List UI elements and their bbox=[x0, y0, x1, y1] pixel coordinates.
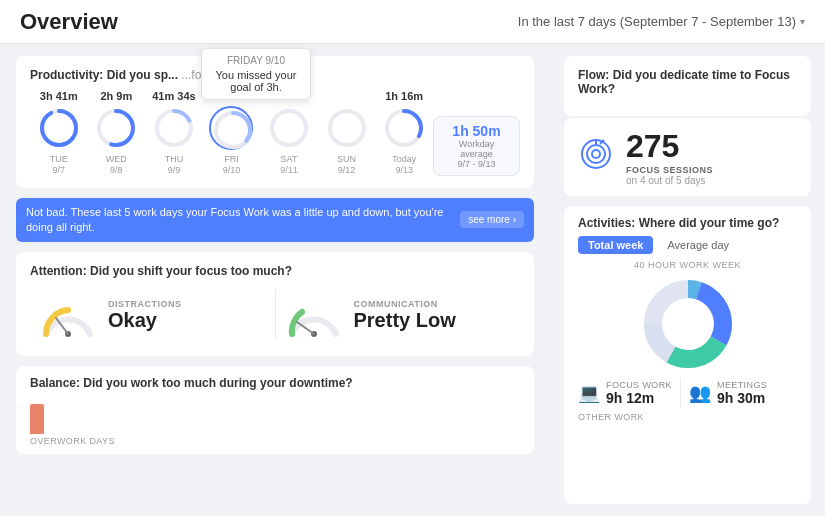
flow-sessions-label: FOCUS SESSIONS bbox=[626, 165, 713, 175]
attention-card: Attention: Did you shift your focus too … bbox=[16, 252, 534, 356]
balance-card: Balance: Did you work too much during yo… bbox=[16, 366, 534, 454]
day-fri: 1h 23m FRI9/10 bbox=[203, 90, 261, 176]
day-sun: - SUN9/12 bbox=[318, 90, 376, 176]
day-fri-label: FRI9/10 bbox=[223, 154, 241, 176]
meetings-icon: 👥 bbox=[689, 382, 711, 404]
day-today: 1h 16m Today9/13 bbox=[375, 90, 433, 176]
overwork-label: OVERWORK DAYS bbox=[30, 436, 520, 446]
day-thu-circle bbox=[152, 106, 196, 150]
chevron-down-icon: ▾ bbox=[800, 16, 805, 27]
day-sat-circle bbox=[267, 106, 311, 150]
svg-point-26 bbox=[663, 299, 713, 349]
day-today-circle bbox=[382, 106, 426, 150]
workday-avg-time: 1h 50m bbox=[452, 123, 500, 139]
svg-point-18 bbox=[592, 150, 600, 158]
banner-text: Not bad. These last 5 work days your Foc… bbox=[26, 205, 452, 236]
day-sun-label: SUN9/12 bbox=[337, 154, 356, 176]
tab-average-day[interactable]: Average day bbox=[657, 236, 739, 254]
focus-work-info: FOCUS WORK 9h 12m bbox=[606, 380, 672, 406]
svg-point-1 bbox=[42, 111, 76, 145]
activities-tabs: Total week Average day bbox=[578, 236, 797, 254]
day-today-label: Today9/13 bbox=[392, 154, 416, 176]
productivity-card: Productivity: Did you sp... ...focus Wor… bbox=[16, 56, 534, 188]
day-fri-circle bbox=[209, 106, 253, 150]
focus-work-icon: 💻 bbox=[578, 382, 600, 404]
page-title: Overview bbox=[20, 9, 118, 35]
distractions-info: DISTRACTIONS Okay bbox=[108, 299, 182, 332]
day-wed-time: 2h 9m bbox=[100, 90, 132, 102]
flow-count: 275 bbox=[626, 128, 713, 165]
day-thu-time: 41m 34s bbox=[152, 90, 195, 102]
day-tue-time: 3h 41m bbox=[40, 90, 78, 102]
svg-point-9 bbox=[330, 111, 364, 145]
communication-gauge: COMMUNICATION Pretty Low bbox=[276, 286, 521, 344]
right-panel: Flow: Did you dedicate time to Focus Wor… bbox=[550, 44, 825, 516]
other-work-label: OTHER WORK bbox=[578, 412, 797, 422]
flow-info: Flow: Did you dedicate time to Focus Wor… bbox=[578, 68, 797, 104]
flow-title: Flow: Did you dedicate time to Focus Wor… bbox=[578, 68, 797, 96]
meetings-label: MEETINGS bbox=[717, 380, 767, 390]
distractions-value: Okay bbox=[108, 309, 182, 332]
flow-days-label: on 4 out of 5 days bbox=[626, 175, 713, 186]
day-wed-label: WED9/8 bbox=[106, 154, 127, 176]
focus-work-stat: 💻 FOCUS WORK 9h 12m bbox=[578, 378, 672, 408]
activities-title: Activities: Where did your time go? bbox=[578, 216, 797, 230]
distractions-gauge-svg bbox=[38, 290, 98, 340]
activities-card: Activities: Where did your time go? Tota… bbox=[564, 206, 811, 504]
date-range-selector[interactable]: In the last 7 days (September 7 - Septem… bbox=[518, 14, 805, 29]
svg-point-8 bbox=[272, 111, 306, 145]
communication-info: COMMUNICATION Pretty Low bbox=[354, 299, 456, 332]
day-tue: 3h 41m TUE9/7 bbox=[30, 90, 88, 176]
flow-stats-card: 275 FOCUS SESSIONS on 4 out of 5 days bbox=[564, 118, 811, 196]
tooltip-date: FRIDAY 9/10 bbox=[212, 55, 300, 66]
activity-stats: 💻 FOCUS WORK 9h 12m 👥 MEETINGS 9h 30m bbox=[578, 378, 797, 408]
work-week-label: 40 HOUR WORK WEEK bbox=[578, 260, 797, 270]
main-content: Productivity: Did you sp... ...focus Wor… bbox=[0, 44, 825, 516]
workday-average: 1h 50m Workday average9/7 - 9/13 bbox=[433, 116, 520, 176]
communication-value: Pretty Low bbox=[354, 309, 456, 332]
flow-icon bbox=[578, 136, 614, 179]
day-tue-label: TUE9/7 bbox=[50, 154, 68, 176]
day-sat-label: SAT9/11 bbox=[280, 154, 298, 176]
communication-gauge-svg bbox=[284, 290, 344, 340]
header: Overview In the last 7 days (September 7… bbox=[0, 0, 825, 44]
meetings-stat: 👥 MEETINGS 9h 30m bbox=[689, 378, 767, 408]
overwork-bar bbox=[30, 404, 44, 434]
day-wed-circle bbox=[94, 106, 138, 150]
donut-chart bbox=[578, 274, 797, 374]
left-panel: Productivity: Did you sp... ...focus Wor… bbox=[0, 44, 550, 516]
communication-label: COMMUNICATION bbox=[354, 299, 456, 309]
tooltip: FRIDAY 9/10 You missed your goal of 3h. bbox=[201, 48, 311, 100]
flow-card: Flow: Did you dedicate time to Focus Wor… bbox=[564, 56, 811, 116]
balance-title: Balance: Did you work too much during yo… bbox=[30, 376, 520, 390]
day-wed: 2h 9m WED9/8 bbox=[88, 90, 146, 176]
distractions-gauge: DISTRACTIONS Okay bbox=[30, 286, 275, 344]
gauge-row: DISTRACTIONS Okay bbox=[30, 286, 520, 344]
see-more-button[interactable]: see more › bbox=[460, 211, 524, 228]
days-row: 3h 41m TUE9/7 2h 9m bbox=[30, 90, 520, 176]
focus-work-value: 9h 12m bbox=[606, 390, 672, 406]
focus-banner: Not bad. These last 5 work days your Foc… bbox=[16, 198, 534, 243]
meetings-info: MEETINGS 9h 30m bbox=[717, 380, 767, 406]
attention-title: Attention: Did you shift your focus too … bbox=[30, 264, 520, 278]
day-tue-circle bbox=[37, 106, 81, 150]
day-sat: - SAT9/11 bbox=[260, 90, 318, 176]
focus-work-label: FOCUS WORK bbox=[606, 380, 672, 390]
distractions-label: DISTRACTIONS bbox=[108, 299, 182, 309]
svg-point-17 bbox=[587, 145, 605, 163]
day-thu-label: THU9/9 bbox=[165, 154, 184, 176]
date-range-label: In the last 7 days (September 7 - Septem… bbox=[518, 14, 796, 29]
tab-total-week[interactable]: Total week bbox=[578, 236, 653, 254]
meetings-value: 9h 30m bbox=[717, 390, 767, 406]
day-today-time: 1h 16m bbox=[385, 90, 423, 102]
flow-numbers: 275 FOCUS SESSIONS on 4 out of 5 days bbox=[626, 128, 713, 186]
day-thu: 41m 34s THU9/9 bbox=[145, 90, 203, 176]
workday-avg-label: Workday average9/7 - 9/13 bbox=[442, 139, 511, 169]
tooltip-text: You missed your goal of 3h. bbox=[212, 69, 300, 93]
day-sun-circle bbox=[325, 106, 369, 150]
stats-divider bbox=[680, 378, 681, 408]
